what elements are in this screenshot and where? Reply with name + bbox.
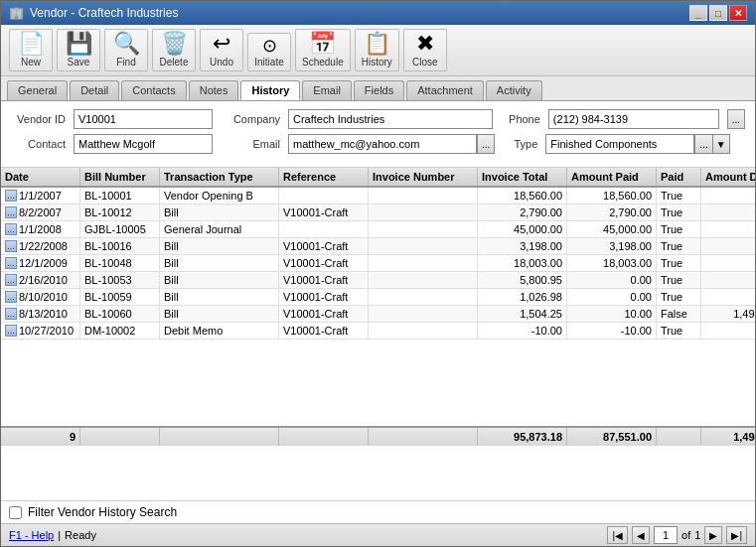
- email-ellipsis-button[interactable]: ...: [477, 134, 495, 154]
- row-expand-button[interactable]: …: [5, 257, 17, 269]
- page-input[interactable]: [654, 526, 678, 544]
- phone-input[interactable]: [548, 109, 719, 129]
- type-ellipsis-button[interactable]: ...: [694, 134, 712, 154]
- filter-checkbox[interactable]: [9, 506, 22, 519]
- close-window-button[interactable]: ✕: [729, 5, 747, 21]
- schedule-button[interactable]: 📅 Schedule: [295, 29, 351, 71]
- delete-button[interactable]: 🗑️ Delete: [152, 29, 196, 71]
- footer-amount-due: 1,494.25: [701, 428, 755, 446]
- nav-first-button[interactable]: |◀: [607, 526, 628, 544]
- footer-amount-paid: 87,551.00: [567, 428, 657, 446]
- grid-cell: BL-10053: [80, 272, 160, 288]
- footer-empty5: [657, 428, 701, 446]
- contact-label: Contact: [11, 138, 66, 150]
- tab-history[interactable]: History: [240, 80, 300, 100]
- grid-cell: V10001-Craft: [279, 289, 369, 305]
- grid-cell: …8/10/2010: [1, 289, 80, 305]
- grid-cell: 2,790.00: [478, 205, 567, 220]
- type-dropdown-button[interactable]: ▼: [713, 134, 730, 154]
- row-expand-button[interactable]: …: [5, 190, 17, 202]
- help-label: F1 - Help: [9, 529, 54, 541]
- grid-cell: …2/16/2010: [1, 272, 80, 288]
- tab-contacts[interactable]: Contacts: [121, 80, 186, 100]
- table-row[interactable]: …8/13/2010BL-10060BillV10001-Craft1,504.…: [1, 306, 755, 323]
- filter-label: Filter Vendor History Search: [28, 505, 177, 519]
- contact-input[interactable]: [74, 134, 213, 154]
- grid-cell: 1,026.98: [478, 289, 567, 305]
- table-row[interactable]: …10/27/2010DM-10002Debit MemoV10001-Craf…: [1, 323, 755, 340]
- table-row[interactable]: …1/1/2007BL-10001Vendor Opening B18,560.…: [1, 188, 755, 205]
- history-icon: 📋: [364, 33, 390, 55]
- nav-next-button[interactable]: ▶: [704, 526, 722, 544]
- tab-notes[interactable]: Notes: [189, 80, 239, 100]
- table-row[interactable]: …8/2/2007BL-10012BillV10001-Craft2,790.0…: [1, 205, 755, 221]
- grid-cell: Bill: [160, 238, 279, 254]
- tab-general[interactable]: General: [7, 80, 68, 100]
- row-expand-button[interactable]: …: [5, 274, 17, 286]
- tab-attachment[interactable]: Attachment: [406, 80, 484, 100]
- company-input[interactable]: [288, 109, 493, 129]
- grid-cell: BL-10001: [80, 188, 160, 204]
- grid-cell: 2,790.00: [567, 205, 657, 220]
- grid-cell: True: [657, 238, 701, 254]
- table-row[interactable]: …1/22/2008BL-10016BillV10001-Craft3,198.…: [1, 238, 755, 255]
- table-row[interactable]: …1/1/2008GJBL-10005General Journal45,000…: [1, 221, 755, 238]
- maximize-button[interactable]: □: [709, 5, 727, 21]
- save-label: Save: [68, 57, 90, 68]
- grid-cell: 0.00: [701, 323, 755, 339]
- tab-email[interactable]: Email: [302, 80, 352, 100]
- phone-ellipsis-button[interactable]: ...: [727, 109, 745, 129]
- tab-fields[interactable]: Fields: [354, 80, 404, 100]
- grid-cell: 18,560.00: [567, 188, 657, 204]
- close-button[interactable]: ✖ Close: [403, 29, 447, 71]
- nav-last-button[interactable]: ▶|: [726, 526, 747, 544]
- nav-prev-button[interactable]: ◀: [632, 526, 650, 544]
- col-amount-due: Amount Due: [701, 168, 755, 186]
- grid-cell: 0.00: [567, 289, 657, 305]
- new-button[interactable]: 📄 New: [9, 29, 53, 71]
- tab-activity[interactable]: Activity: [486, 80, 542, 100]
- save-button[interactable]: 💾 Save: [57, 29, 100, 71]
- type-input[interactable]: [545, 134, 694, 154]
- table-row[interactable]: …2/16/2010BL-10053BillV10001-Craft5,800.…: [1, 272, 755, 289]
- grid-cell: -10.00: [567, 323, 657, 339]
- row-expand-button[interactable]: …: [5, 223, 17, 235]
- email-input[interactable]: [288, 134, 477, 154]
- grid-cell: V10001-Craft: [279, 205, 369, 220]
- undo-button[interactable]: ↩ Undo: [200, 29, 243, 71]
- page-total: 1: [694, 529, 700, 541]
- col-amount-paid: Amount Paid: [567, 168, 657, 186]
- grid-cell: True: [657, 221, 701, 237]
- row-expand-button[interactable]: …: [5, 325, 17, 337]
- grid-cell: [369, 188, 478, 204]
- form-area: Vendor ID Company Phone ... Contact Emai…: [1, 101, 755, 168]
- main-content: Date Bill Number Transaction Type Refere…: [1, 168, 755, 523]
- status-left: F1 - Help | Ready: [9, 529, 96, 541]
- history-button[interactable]: 📋 History: [355, 29, 399, 71]
- grid-cell: V10001-Craft: [279, 255, 369, 271]
- tab-detail[interactable]: Detail: [70, 80, 119, 100]
- table-row[interactable]: …8/10/2010BL-10059BillV10001-Craft1,026.…: [1, 289, 755, 306]
- find-button[interactable]: 🔍 Find: [104, 29, 148, 71]
- minimize-button[interactable]: _: [689, 5, 707, 21]
- history-label: History: [362, 57, 392, 68]
- email-label: Email: [221, 138, 280, 150]
- grid-cell: -10.00: [478, 323, 567, 339]
- grid-cell: DM-10002: [80, 323, 160, 339]
- new-icon: 📄: [18, 33, 45, 55]
- grid-cell: [369, 205, 478, 220]
- row-expand-button[interactable]: …: [5, 308, 17, 320]
- grid-cell: …12/1/2009: [1, 255, 80, 271]
- col-transaction-type: Transaction Type: [160, 168, 279, 186]
- grid-cell: 0.00: [701, 188, 755, 204]
- row-expand-button[interactable]: …: [5, 240, 17, 252]
- grid-cell: Bill: [160, 255, 279, 271]
- undo-label: Undo: [210, 57, 233, 68]
- close-icon: ✖: [416, 33, 434, 55]
- row-expand-button[interactable]: …: [5, 206, 17, 218]
- row-expand-button[interactable]: …: [5, 291, 17, 303]
- table-row[interactable]: …12/1/2009BL-10048BillV10001-Craft18,003…: [1, 255, 755, 272]
- type-label: Type: [503, 138, 537, 150]
- initiate-button[interactable]: ⊙ Initiate: [247, 33, 291, 71]
- vendor-id-input[interactable]: [74, 109, 213, 129]
